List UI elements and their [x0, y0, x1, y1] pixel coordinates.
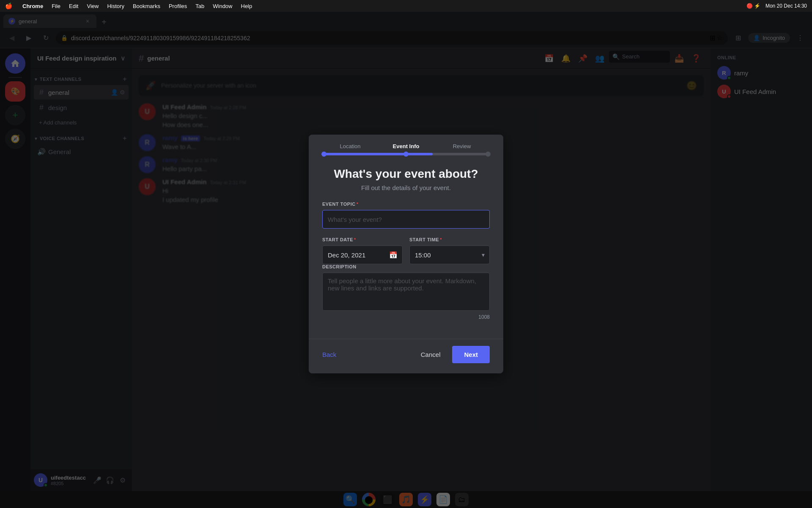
event-topic-group: EVENT TOPIC*	[322, 202, 490, 229]
cancel-button[interactable]: Cancel	[412, 346, 449, 363]
event-topic-input[interactable]	[322, 210, 490, 229]
menu-view[interactable]: View	[87, 3, 99, 9]
step-dot-3	[486, 152, 491, 157]
step-eventinfo-label: Event Info	[378, 143, 434, 149]
menu-file[interactable]: File	[52, 3, 60, 9]
start-time-select[interactable]: 15:00 15:30 16:00 16:30 17:00	[409, 246, 490, 264]
apple-menu[interactable]: 🍎	[5, 3, 12, 9]
battery-icon: 🔴 ⚡	[746, 3, 760, 9]
step-review-label: Review	[434, 143, 490, 149]
mac-menubar: 🍎 Chrome File Edit View History Bookmark…	[0, 0, 812, 12]
menu-help[interactable]: Help	[241, 3, 252, 9]
step-dot-1	[321, 152, 326, 157]
start-time-group: START TIME* 15:00 15:30 16:00 16:30 17:0…	[409, 237, 490, 264]
description-textarea[interactable]	[322, 273, 490, 311]
next-button[interactable]: Next	[452, 346, 490, 363]
modal-title: What's your event about?	[322, 167, 490, 181]
required-star: *	[440, 237, 442, 242]
time-display: Mon 20 Dec 14:30	[765, 3, 807, 9]
menu-edit[interactable]: Edit	[69, 3, 78, 9]
event-modal: Location Event Info Review What's your e…	[309, 135, 503, 373]
start-time-label: START TIME*	[409, 237, 490, 242]
modal-subtitle: Fill out the details of your event.	[322, 184, 490, 191]
char-count: 1008	[322, 314, 490, 320]
time-select-wrapper: 15:00 15:30 16:00 16:30 17:00 ▾	[409, 246, 490, 264]
footer-right-buttons: Cancel Next	[412, 346, 490, 363]
required-star: *	[354, 237, 356, 242]
event-topic-label: EVENT TOPIC*	[322, 202, 490, 207]
step-location-label: Location	[322, 143, 378, 149]
start-date-input[interactable]	[322, 246, 403, 264]
menu-tab[interactable]: Tab	[195, 3, 204, 9]
date-time-row: START DATE* 📅 START TIME* 15:00 15:30	[322, 237, 490, 264]
back-button[interactable]: Back	[322, 349, 336, 360]
date-input-wrapper: 📅	[322, 246, 403, 264]
step-dot-2	[403, 152, 409, 157]
menu-bookmarks[interactable]: Bookmarks	[133, 3, 160, 9]
menu-history[interactable]: History	[107, 3, 124, 9]
menu-window[interactable]: Window	[213, 3, 232, 9]
modal-footer: Back Cancel Next	[309, 339, 503, 373]
description-group: DESCRIPTION 1008	[322, 264, 490, 320]
required-star: *	[357, 202, 359, 207]
app-name[interactable]: Chrome	[22, 3, 43, 9]
modal-body: What's your event about? Fill out the de…	[309, 157, 503, 339]
mac-right-area: 🔴 ⚡ Mon 20 Dec 14:30	[746, 3, 807, 9]
start-date-group: START DATE* 📅	[322, 237, 403, 264]
description-label: DESCRIPTION	[322, 264, 490, 269]
start-date-label: START DATE*	[322, 237, 403, 242]
menu-profiles[interactable]: Profiles	[169, 3, 187, 9]
modal-overlay[interactable]: Location Event Info Review What's your e…	[0, 0, 812, 508]
